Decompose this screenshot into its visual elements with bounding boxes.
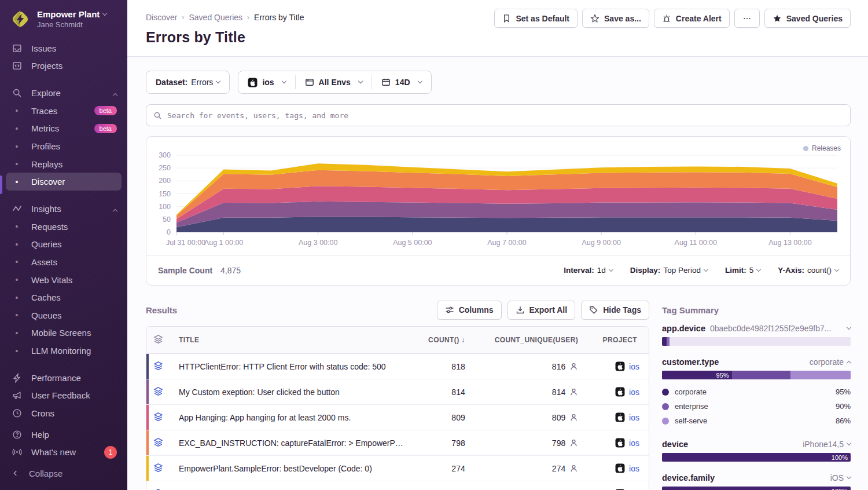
error-title[interactable]: App Hanging: App hanging for at least 20…: [170, 405, 413, 430]
sidebar-item-caches[interactable]: •Caches: [6, 288, 122, 306]
limit-selector[interactable]: Limit:5: [725, 266, 760, 275]
sidebar-item-label: Insights: [31, 204, 61, 214]
sidebar-item-projects[interactable]: Projects: [6, 57, 122, 75]
sidebar-item-requests[interactable]: •Requests: [6, 218, 122, 236]
project-link[interactable]: ios: [629, 464, 639, 473]
stack-icon[interactable]: [153, 412, 163, 422]
sidebar-item-help[interactable]: Help: [6, 426, 122, 444]
breadcrumb-saved-queries[interactable]: Saved Queries: [189, 13, 242, 22]
project-cell: ios: [587, 456, 649, 481]
tag-legend-row[interactable]: corporate95%: [662, 385, 851, 399]
sidebar-item-metrics[interactable]: •Metricsbeta: [6, 120, 122, 138]
sidebar-item-insights[interactable]: Insights: [6, 200, 122, 218]
search-icon: [12, 88, 22, 98]
saved-queries-button[interactable]: Saved Queries: [764, 9, 851, 28]
sidebar-item-user-feedback[interactable]: User Feedback: [6, 387, 122, 405]
column-header-title: TITLE: [170, 327, 413, 354]
tag-legend-row[interactable]: self-serve86%: [662, 414, 851, 428]
tag-section-header[interactable]: deviceiPhone14,5: [662, 436, 851, 453]
project-link-wrap: ios: [597, 405, 639, 430]
display-selector[interactable]: Display:Top Period: [630, 266, 708, 275]
sidebar-item-what-s-new[interactable]: What's new1: [6, 443, 122, 461]
project-link[interactable]: ios: [629, 438, 639, 448]
sidebar-item-web-vitals[interactable]: •Web Vitals: [6, 271, 122, 289]
column-header-count[interactable]: COUNT() ↓: [413, 327, 475, 354]
date-range-selector[interactable]: 14D: [372, 71, 431, 93]
sample-count-label: Sample Count: [158, 266, 212, 275]
bullet-icon: •: [12, 177, 22, 187]
columns-button[interactable]: Columns: [437, 301, 502, 320]
sidebar-item-discover[interactable]: •Discover: [6, 173, 122, 191]
interval-selector[interactable]: Interval:1d: [564, 266, 613, 275]
stack-icon[interactable]: [153, 386, 163, 396]
stack-icon[interactable]: [153, 488, 163, 490]
bullet-icon: •: [12, 275, 22, 284]
page-header: Discover › Saved Queries › Errors by Tit…: [127, 0, 868, 57]
count-value: 274: [413, 456, 475, 481]
sidebar-item-queries[interactable]: •Queries: [6, 235, 122, 253]
create-alert-button[interactable]: Create Alert: [654, 9, 730, 28]
error-title[interactable]: EmpowerPlant.SampleError: happyCustomer …: [170, 481, 413, 490]
error-title[interactable]: EmpowerPlant.SampleError: bestDeveloper …: [170, 456, 413, 481]
sidebar-item-performance[interactable]: Performance: [6, 369, 122, 387]
set-as-default-button[interactable]: Set as Default: [494, 9, 578, 28]
tag-section-header[interactable]: device.familyiOS: [662, 470, 851, 487]
sidebar-item-crons[interactable]: Crons: [6, 404, 122, 422]
hide-tags-button[interactable]: Hide Tags: [581, 301, 649, 320]
siren-icon: [662, 14, 671, 23]
sidebar-item-explore[interactable]: Explore: [6, 84, 122, 102]
tag-name: app.device: [662, 324, 705, 333]
sidebar-item-issues[interactable]: Issues: [6, 39, 122, 57]
row-stack-cell: [146, 456, 170, 481]
tag-section-header[interactable]: app.device0baebc0de4982f1255f2e9e9fb7...: [662, 320, 851, 337]
collapse-icon: [12, 469, 20, 477]
error-title[interactable]: HTTPClientError: HTTP Client Error with …: [170, 354, 413, 379]
sidebar-item-traces[interactable]: •Tracesbeta: [6, 102, 122, 120]
more-options-button[interactable]: [734, 9, 760, 28]
sidebar-item-replays[interactable]: •Replays: [6, 155, 122, 173]
tag-bar-segment: [667, 337, 670, 346]
sidebar-item-label: User Feedback: [31, 390, 90, 400]
search-icon: [153, 111, 162, 120]
count-unique-cell: 814: [475, 379, 588, 405]
tag-legend-row[interactable]: enterprise90%: [662, 399, 851, 414]
sidebar-item-assets[interactable]: •Assets: [6, 253, 122, 271]
control-label: Limit:: [725, 266, 746, 275]
stack-icon[interactable]: [153, 361, 163, 371]
sidebar-item-profiles[interactable]: •Profiles: [6, 137, 122, 155]
feedback-icon: [12, 390, 22, 400]
search-input[interactable]: [167, 111, 843, 120]
export-all-button[interactable]: Export All: [507, 301, 576, 320]
content: Dataset: Errors ios: [127, 57, 868, 490]
sidebar-item-label: Issues: [31, 43, 56, 53]
error-title[interactable]: EXC_BAD_INSTRUCTION: captureFatalError: …: [170, 430, 413, 456]
project-link[interactable]: ios: [629, 362, 639, 371]
project-selector[interactable]: ios: [238, 71, 295, 93]
error-title[interactable]: My Custom exeption: User clicked the but…: [170, 379, 413, 405]
environment-selector[interactable]: All Envs: [296, 71, 372, 93]
sidebar-item-queues[interactable]: •Queues: [6, 306, 122, 324]
stack-icon[interactable]: [153, 437, 163, 447]
column-header-count-unique-user[interactable]: COUNT_UNIQUE(USER): [475, 327, 588, 354]
tag-sections: app.device0baebc0de4982f1255f2e9e9fb7...…: [662, 320, 851, 490]
save-as-button[interactable]: Save as...: [582, 9, 649, 28]
y-axis-selector[interactable]: Y-Axis:count(): [778, 266, 838, 275]
chart-legend[interactable]: Releases: [803, 144, 841, 152]
sidebar-item-mobile-screens[interactable]: •Mobile Screens: [6, 324, 122, 342]
crons-icon: [12, 408, 22, 418]
tag-section-header[interactable]: customer.typecorporate: [662, 354, 851, 371]
stack-icon[interactable]: [153, 463, 163, 473]
breadcrumb-discover[interactable]: Discover: [146, 13, 177, 22]
tag-bar-segment: [662, 337, 667, 346]
project-link[interactable]: ios: [629, 387, 639, 397]
bullet-icon: •: [12, 124, 22, 133]
beta-badge: beta: [94, 124, 117, 133]
sidebar-collapse[interactable]: Collapse: [0, 461, 127, 490]
org-switcher[interactable]: Empower Plant Jane Schmidt: [0, 0, 127, 36]
sidebar-item-llm-monitoring[interactable]: •LLM Monitoring: [6, 342, 122, 360]
dataset-selector[interactable]: Dataset: Errors: [146, 71, 230, 94]
legend-dot: [662, 389, 669, 396]
project-link[interactable]: ios: [629, 413, 639, 422]
help-icon: [12, 430, 22, 440]
app-root: Empower Plant Jane Schmidt IssuesProject…: [0, 0, 868, 490]
